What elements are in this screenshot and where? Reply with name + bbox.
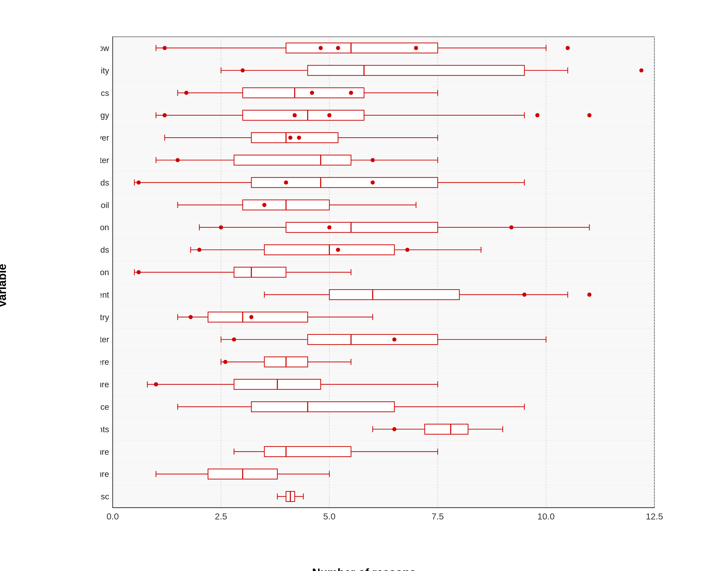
svg-point-62 <box>349 91 353 95</box>
svg-text:droughts: droughts <box>100 425 109 434</box>
svg-text:evapotranspiration: evapotranspiration <box>100 268 109 277</box>
svg-rect-50 <box>308 65 524 76</box>
svg-rect-58 <box>243 88 364 98</box>
svg-point-71 <box>327 113 331 117</box>
svg-point-130 <box>137 270 141 274</box>
main-chart: 0.02.55.07.510.012.5streamflowwater chem… <box>100 28 676 526</box>
svg-point-41 <box>163 46 167 50</box>
svg-rect-78 <box>251 132 338 143</box>
svg-point-121 <box>197 248 201 252</box>
svg-point-70 <box>293 113 297 117</box>
svg-text:misc: misc <box>100 492 109 501</box>
y-axis-label: Variable <box>0 264 9 308</box>
svg-rect-173 <box>251 402 394 412</box>
svg-point-72 <box>535 113 540 117</box>
svg-rect-128 <box>234 267 286 277</box>
svg-point-42 <box>319 46 323 50</box>
x-axis-label: Number of reasons <box>312 567 416 571</box>
svg-point-98 <box>371 181 375 185</box>
svg-point-168 <box>154 382 158 386</box>
svg-point-122 <box>336 248 340 252</box>
svg-text:5.0: 5.0 <box>323 511 335 521</box>
svg-point-52 <box>241 68 245 72</box>
svg-text:agriculture: agriculture <box>100 447 109 456</box>
svg-text:groundwater: groundwater <box>100 335 109 344</box>
svg-text:soil chemistry: soil chemistry <box>100 312 109 322</box>
svg-point-89 <box>371 158 375 162</box>
svg-point-60 <box>184 91 188 95</box>
svg-point-44 <box>414 46 418 50</box>
svg-text:12.5: 12.5 <box>645 511 663 521</box>
svg-point-145 <box>189 315 193 319</box>
svg-text:urban water: urban water <box>100 155 109 164</box>
svg-point-112 <box>219 225 223 229</box>
svg-text:streamflow: streamflow <box>100 43 109 52</box>
svg-point-88 <box>175 158 180 162</box>
svg-point-137 <box>522 293 527 297</box>
svg-rect-186 <box>264 446 351 457</box>
svg-text:flow related statistics: flow related statistics <box>100 88 109 97</box>
svg-point-113 <box>327 225 331 229</box>
svg-point-123 <box>405 248 410 252</box>
svg-point-161 <box>223 360 228 364</box>
svg-point-153 <box>232 337 236 341</box>
svg-point-138 <box>587 293 591 297</box>
svg-point-97 <box>284 181 288 185</box>
svg-point-181 <box>392 427 396 431</box>
svg-point-43 <box>336 46 340 50</box>
svg-rect-110 <box>286 222 438 232</box>
svg-rect-94 <box>251 178 438 188</box>
svg-rect-151 <box>308 334 438 344</box>
svg-point-105 <box>262 203 266 207</box>
svg-point-154 <box>392 337 396 341</box>
svg-text:water chemistry,quality: water chemistry,quality <box>100 66 109 75</box>
svg-point-61 <box>310 91 314 95</box>
svg-rect-179 <box>425 424 468 434</box>
svg-text:atmosphere: atmosphere <box>100 357 109 367</box>
svg-text:natural hazards: natural hazards <box>100 245 109 254</box>
svg-text:0.0: 0.0 <box>106 511 119 521</box>
chart-container: Variable 0.02.55.07.510.012.5streamfloww… <box>34 16 694 555</box>
svg-text:precipitation: precipitation <box>100 223 109 232</box>
svg-point-69 <box>163 113 167 117</box>
svg-text:temperature: temperature <box>100 469 109 479</box>
svg-text:water temperature: water temperature <box>100 380 109 389</box>
chart-area: 0.02.55.07.510.012.5streamflowwater chem… <box>100 28 676 526</box>
svg-text:soil: soil <box>100 200 109 210</box>
svg-text:7.5: 7.5 <box>431 511 444 521</box>
svg-rect-67 <box>243 110 364 120</box>
svg-text:sediment: sediment <box>100 290 109 299</box>
svg-point-53 <box>639 68 643 72</box>
svg-point-146 <box>249 315 254 319</box>
svg-point-73 <box>587 113 591 117</box>
svg-text:snow ice: snow ice <box>100 402 109 411</box>
svg-rect-135 <box>329 290 459 300</box>
svg-rect-86 <box>234 155 351 165</box>
svg-text:2.5: 2.5 <box>215 511 227 521</box>
svg-point-114 <box>509 225 514 229</box>
svg-text:floods: floods <box>100 178 109 187</box>
svg-text:land cover: land cover <box>100 133 109 142</box>
svg-text:ecology: ecology <box>100 111 109 120</box>
svg-rect-143 <box>208 312 308 322</box>
svg-text:10.0: 10.0 <box>538 511 555 521</box>
svg-point-45 <box>566 46 570 50</box>
svg-point-81 <box>297 135 301 140</box>
svg-point-80 <box>288 135 292 140</box>
svg-point-96 <box>137 181 141 185</box>
